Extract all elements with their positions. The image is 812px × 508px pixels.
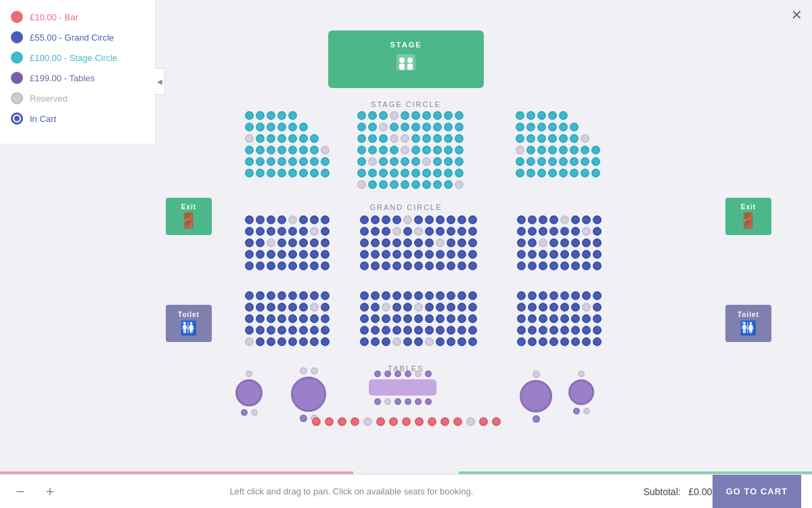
seat[interactable] [517,326,526,335]
seat[interactable] [245,261,254,270]
seat[interactable] [390,146,399,154]
seat[interactable] [256,146,265,154]
seat[interactable] [245,291,254,300]
seat[interactable] [517,291,526,300]
seat[interactable] [277,250,286,259]
seat[interactable] [267,111,275,120]
seat[interactable] [559,146,568,154]
seat[interactable] [392,227,401,236]
seat[interactable] [422,146,431,154]
seat[interactable] [422,111,431,120]
seat[interactable] [382,261,390,270]
seat[interactable] [401,123,409,131]
seat[interactable] [468,314,477,323]
seat[interactable] [468,227,477,236]
seat[interactable] [390,180,399,189]
seat[interactable] [321,314,330,323]
seat[interactable] [582,215,591,224]
table-seat[interactable] [394,398,401,405]
seat[interactable] [245,146,254,154]
table-seat[interactable] [300,415,307,422]
seat[interactable] [537,169,546,177]
seat[interactable] [548,157,557,166]
seat[interactable] [299,250,308,259]
seat[interactable] [436,250,445,259]
seat[interactable] [444,169,453,177]
seat[interactable] [288,134,297,143]
seat[interactable] [593,303,602,312]
seat[interactable] [256,261,265,270]
seat[interactable] [539,261,547,270]
table-seat[interactable] [300,367,307,375]
table-seat[interactable] [241,409,248,416]
seat[interactable] [321,303,330,312]
seat[interactable] [310,337,319,346]
seat[interactable] [299,303,308,312]
seat[interactable] [321,291,330,300]
seat[interactable] [245,169,254,177]
seat[interactable] [455,146,464,154]
seat[interactable] [455,169,464,177]
seat[interactable] [468,238,477,247]
seat[interactable] [256,123,265,131]
seat[interactable] [267,261,275,270]
seat[interactable] [414,238,423,247]
seat[interactable] [382,250,390,259]
table-seat[interactable] [251,409,258,416]
seat[interactable] [517,238,526,247]
seat[interactable] [267,227,275,236]
seat[interactable] [455,180,464,189]
seat[interactable] [447,337,455,346]
seat[interactable] [299,146,308,154]
seat[interactable] [537,111,546,120]
seat[interactable] [560,303,569,312]
seat[interactable] [560,314,569,323]
seat[interactable] [390,134,399,143]
seat[interactable] [526,123,535,131]
seat[interactable] [267,157,275,166]
seat[interactable] [382,303,390,312]
seat[interactable] [414,261,423,270]
seat[interactable] [277,227,286,236]
seat[interactable] [360,250,369,259]
seat[interactable] [581,134,589,143]
seat[interactable] [468,303,477,312]
seat[interactable] [288,123,297,131]
legend-item-grand[interactable]: £55.00 - Grand Circle [11,31,144,43]
seat[interactable] [444,146,453,154]
seat[interactable] [267,146,275,154]
seat[interactable] [382,215,390,224]
seat[interactable] [539,303,547,312]
table-seat[interactable] [384,371,391,377]
seat[interactable] [537,123,546,131]
seat[interactable] [288,303,297,312]
seat[interactable] [256,111,265,120]
seat[interactable] [559,134,568,143]
seat[interactable] [267,314,275,323]
seat[interactable] [455,111,464,120]
seat[interactable] [414,303,423,312]
seat[interactable] [288,291,297,300]
seat[interactable] [392,261,401,270]
seat[interactable] [549,303,558,312]
seat[interactable] [390,111,399,120]
seat[interactable] [526,111,535,120]
seat[interactable] [425,337,434,346]
legend-item-stage[interactable]: £100.00 - Stage Circle [11,51,144,64]
seat[interactable] [559,123,568,131]
seat[interactable] [277,238,286,247]
seat[interactable] [549,326,558,335]
seat[interactable] [267,215,275,224]
seat[interactable] [288,337,297,346]
seat[interactable] [548,146,557,154]
seat[interactable] [549,337,558,346]
seat[interactable] [549,291,558,300]
seat[interactable] [571,227,580,236]
seat[interactable] [310,157,319,166]
seat[interactable] [411,111,420,120]
seat[interactable] [321,238,330,247]
seat[interactable] [371,238,380,247]
seat[interactable] [560,261,569,270]
seat[interactable] [256,291,265,300]
seat[interactable] [321,215,330,224]
